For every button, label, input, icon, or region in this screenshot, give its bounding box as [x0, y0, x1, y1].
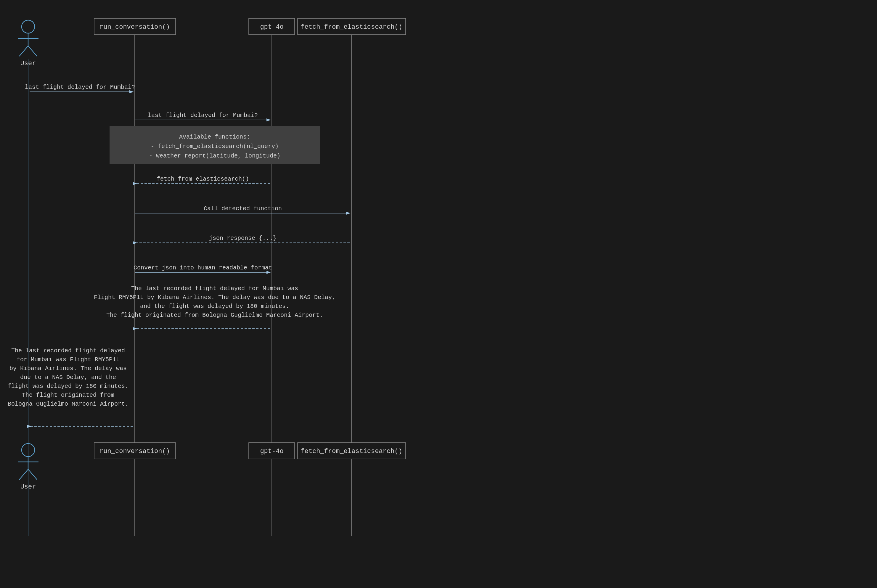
final-resp-line4: due to a NAS Delay, and the — [20, 374, 116, 381]
user-leg1-bottom — [19, 469, 28, 480]
functions-line2: - weather_report(latitude, longitude) — [149, 153, 280, 159]
svg-line-6 — [28, 46, 37, 56]
diagram-container: User run_conversation() gpt-4o fetch_fro… — [0, 0, 877, 588]
functions-line1: - fetch_from_elasticsearch(nl_query) — [151, 143, 279, 150]
final-resp-line5: flight was delayed by 180 minutes. — [8, 383, 129, 390]
sequence-diagram: User run_conversation() gpt-4o fetch_fro… — [0, 0, 877, 588]
resp-line2: Flight RMY5P1L by Kibana Airlines. The d… — [94, 294, 336, 301]
msg2-label: last flight delayed for Mumbai? — [148, 112, 258, 119]
run-conversation-label-top: run_conversation() — [99, 23, 170, 31]
resp-line1: The last recorded flight delayed for Mum… — [131, 285, 298, 292]
final-resp-line7: Bologna Guglielmo Marconi Airport. — [8, 400, 129, 407]
resp-line3: and the flight was delayed by 180 minute… — [140, 303, 289, 310]
msg6-label: Convert json into human readable format — [133, 264, 272, 271]
final-resp-line3: by Kibana Airlines. The delay was — [9, 365, 127, 372]
final-resp-line2: for Mumbai was Flight RMY5P1L — [16, 356, 120, 363]
user-leg2-bottom — [28, 469, 37, 480]
gpt4o-label-top: gpt-4o — [260, 23, 283, 31]
fetch-label-top: fetch_from_elasticsearch() — [301, 23, 402, 31]
msg1-label: last flight delayed for Mumbai? — [25, 84, 135, 91]
msg3-label: fetch_from_elasticsearch() — [157, 176, 249, 182]
msg5-label: json response {...} — [209, 235, 277, 242]
run-conversation-label-bottom: run_conversation() — [99, 448, 170, 455]
gpt4o-label-bottom: gpt-4o — [260, 448, 283, 455]
svg-line-5 — [19, 46, 28, 56]
msg4-label: Call detected function — [204, 205, 282, 212]
final-resp-line1: The last recorded flight delayed — [11, 347, 125, 354]
final-resp-line6: The flight originated from — [22, 392, 114, 399]
functions-title: Available functions: — [179, 134, 250, 140]
fetch-label-bottom: fetch_from_elasticsearch() — [301, 448, 402, 455]
resp-line4: The flight originated from Bologna Gugli… — [106, 312, 323, 319]
user-label-bottom: User — [20, 483, 36, 490]
svg-point-2 — [22, 20, 34, 33]
